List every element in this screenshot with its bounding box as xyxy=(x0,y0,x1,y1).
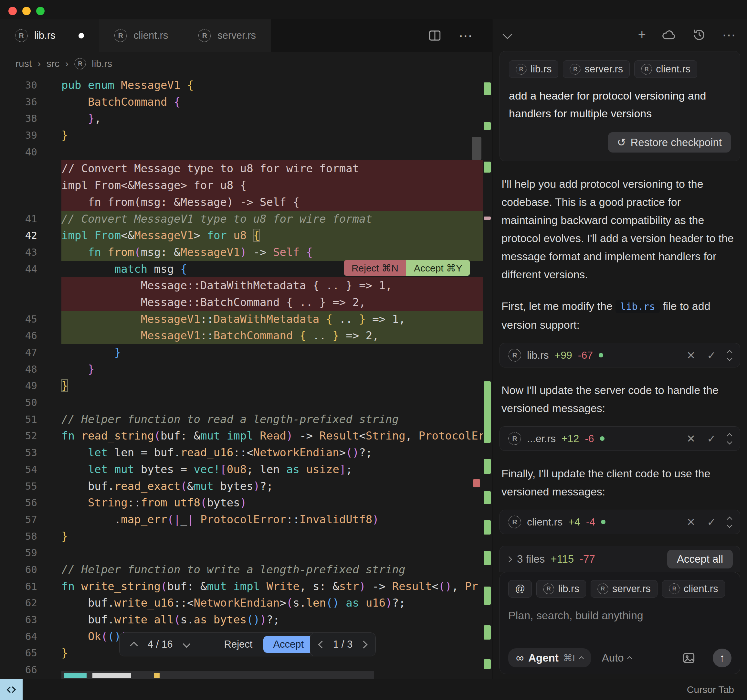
prev-diff-icon[interactable] xyxy=(130,641,138,649)
code-line[interactable]: 58} xyxy=(0,528,483,545)
editor-more-icon[interactable]: ⋯ xyxy=(458,27,473,44)
code-line[interactable]: 36 BatchCommand { xyxy=(0,94,483,111)
code-line[interactable]: 40 xyxy=(0,144,483,161)
code-line[interactable]: 59 xyxy=(0,545,483,561)
file-change-card[interactable]: R...er.rs+12-6✕✓ xyxy=(499,426,740,451)
context-file-pill[interactable]: Rclient.rs xyxy=(634,61,697,78)
code-line[interactable]: 53 let len = buf.read_u16::<NetworkEndia… xyxy=(0,444,483,461)
accept-file-icon[interactable]: ✓ xyxy=(707,432,716,445)
reject-file-icon[interactable]: ✕ xyxy=(687,349,696,362)
next-file-icon[interactable] xyxy=(360,641,368,648)
tab-server-rs[interactable]: R server.rs xyxy=(183,20,271,52)
context-file-pill[interactable]: Rserver.rs xyxy=(591,580,658,597)
inline-accept-button[interactable]: Accept ⌘Y xyxy=(406,260,470,276)
context-file-pill[interactable]: Rserver.rs xyxy=(563,61,630,78)
context-file-pill[interactable]: Rclient.rs xyxy=(662,580,725,597)
chat-input-placeholder[interactable]: Plan, search, build anything xyxy=(508,609,732,622)
expand-files-icon[interactable] xyxy=(506,556,512,562)
breadcrumb-dir[interactable]: src xyxy=(47,58,59,69)
collapse-chat-icon[interactable] xyxy=(503,29,513,39)
line-number: 49 xyxy=(0,377,37,394)
file-change-card[interactable]: Rclient.rs+4-4✕✓ xyxy=(499,510,740,534)
line-number: 64 xyxy=(0,628,37,645)
window-close-button[interactable] xyxy=(8,7,17,15)
code-line[interactable]: fn from(msg: &Message) -> Self { xyxy=(0,194,483,211)
code-line[interactable]: 43 fn from(msg: &MessageV1) -> Self { xyxy=(0,244,483,261)
restore-checkpoint-button[interactable]: ↺ Restore checkpoint xyxy=(608,132,731,153)
code-line[interactable]: 39} xyxy=(0,127,483,144)
code-line[interactable]: 62 buf.write_u16::<NetworkEndian>(s.len(… xyxy=(0,595,483,611)
code-line[interactable]: 54 let mut bytes = vec![0u8; len as usiz… xyxy=(0,461,483,478)
toolbar-accept-button[interactable]: Accept xyxy=(263,636,313,653)
chat-input-box[interactable]: @ Rlib.rsRserver.rsRclient.rs Plan, sear… xyxy=(499,572,740,674)
breadcrumb[interactable]: rust › src › R lib.rs xyxy=(0,52,492,75)
code-line[interactable]: 50 xyxy=(0,394,483,411)
code-text: MessageV1::DataWithMetadata { .. } => 1, xyxy=(61,311,483,328)
code-line[interactable]: 38 }, xyxy=(0,110,483,127)
code-line[interactable]: 52fn read_string(buf: &mut impl Read) ->… xyxy=(0,427,483,444)
code-text: fn write_string(buf: &mut impl Write, s:… xyxy=(61,578,483,595)
code-line[interactable]: 56 String::from_utf8(bytes) xyxy=(0,494,483,511)
code-line[interactable]: Message::BatchCommand { .. } => 2, xyxy=(0,294,483,311)
accept-file-icon[interactable]: ✓ xyxy=(707,349,716,362)
mention-button[interactable]: @ xyxy=(508,580,532,597)
chat-more-icon[interactable]: ⋯ xyxy=(722,27,736,43)
window-maximize-button[interactable] xyxy=(36,7,45,15)
code-area[interactable]: 30pub enum MessageV1 {36 BatchCommand {3… xyxy=(0,75,483,679)
tab-client-rs[interactable]: R client.rs xyxy=(99,20,183,52)
split-editor-icon[interactable] xyxy=(428,29,442,42)
toolbar-reject-button[interactable]: Reject xyxy=(224,639,253,650)
expand-file-icon[interactable] xyxy=(727,515,732,529)
agent-mode-selector[interactable]: ∞ Agent ⌘I xyxy=(508,648,591,667)
breadcrumb-sep: › xyxy=(65,58,68,69)
new-chat-icon[interactable]: + xyxy=(638,27,646,42)
model-selector[interactable]: Auto xyxy=(602,652,631,664)
next-diff-icon[interactable] xyxy=(183,640,190,648)
accept-all-button[interactable]: Accept all xyxy=(667,550,733,568)
attach-image-icon[interactable] xyxy=(682,651,696,665)
prev-file-icon[interactable] xyxy=(318,641,326,648)
breadcrumb-file[interactable]: lib.rs xyxy=(92,58,112,69)
window-minimize-button[interactable] xyxy=(22,7,31,15)
code-line[interactable]: 47 } xyxy=(0,344,483,361)
rust-file-icon: R xyxy=(516,64,527,75)
code-line[interactable]: Message::DataWithMetadata { .. } => 1, xyxy=(0,277,483,294)
reject-file-icon[interactable]: ✕ xyxy=(687,516,696,529)
history-icon[interactable] xyxy=(692,27,707,42)
code-line[interactable]: 61fn write_string(buf: &mut impl Write, … xyxy=(0,578,483,595)
breadcrumb-root[interactable]: rust xyxy=(15,58,32,69)
rust-file-icon: R xyxy=(508,349,521,362)
inline-reject-button[interactable]: Reject ⌘N xyxy=(344,260,406,276)
code-text: fn from(msg: &MessageV1) -> Self { xyxy=(61,244,483,261)
code-line[interactable]: 51// Helper function to read a length-pr… xyxy=(0,411,483,428)
expand-file-icon[interactable] xyxy=(727,432,732,445)
reject-file-icon[interactable]: ✕ xyxy=(687,432,696,445)
code-line[interactable]: 46 MessageV1::BatchCommand { .. } => 2, xyxy=(0,327,483,344)
code-line[interactable]: 42impl From<&MessageV1> for u8 { xyxy=(0,227,483,244)
code-line[interactable]: 41// Convert MessageV1 type to u8 for wi… xyxy=(0,211,483,227)
file-change-card[interactable]: Rlib.rs+99-67✕✓ xyxy=(499,343,740,367)
code-line[interactable]: 60// Helper function to write a length-p… xyxy=(0,561,483,578)
line-number: 44 xyxy=(0,261,37,277)
code-line[interactable]: 55 buf.read_exact(&mut bytes)?; xyxy=(0,478,483,495)
code-line[interactable]: 30pub enum MessageV1 { xyxy=(0,77,483,94)
cursor-tab-toggle-icon[interactable] xyxy=(0,679,23,700)
chat-panel: + ⋯ Rlib.rsRserver.rsRclient.rs add a he… xyxy=(492,20,747,679)
editor-scrollbar-thumb[interactable] xyxy=(472,137,481,160)
context-file-pill[interactable]: Rlib.rs xyxy=(509,61,558,78)
code-line[interactable]: impl From<&Message> for u8 { xyxy=(0,177,483,194)
code-line[interactable]: 48 } xyxy=(0,361,483,378)
code-line[interactable]: 57 .map_err(|_| ProtocolError::InvalidUt… xyxy=(0,511,483,528)
code-line[interactable]: 63 buf.write_all(s.as_bytes())?; xyxy=(0,611,483,628)
context-file-pill[interactable]: Rlib.rs xyxy=(536,580,586,597)
cloud-icon[interactable] xyxy=(661,27,676,42)
expand-file-icon[interactable] xyxy=(727,349,732,362)
cursor-tab-label[interactable]: Cursor Tab xyxy=(687,679,734,700)
send-button[interactable]: ↑ xyxy=(713,648,732,667)
line-number: 58 xyxy=(0,528,37,545)
code-line[interactable]: 45 MessageV1::DataWithMetadata { .. } =>… xyxy=(0,311,483,328)
tab-lib-rs[interactable]: R lib.rs xyxy=(0,20,99,52)
code-line[interactable]: 49} xyxy=(0,377,483,394)
code-line[interactable]: // Convert Message type to u8 for wire f… xyxy=(0,160,483,177)
accept-file-icon[interactable]: ✓ xyxy=(707,516,716,529)
